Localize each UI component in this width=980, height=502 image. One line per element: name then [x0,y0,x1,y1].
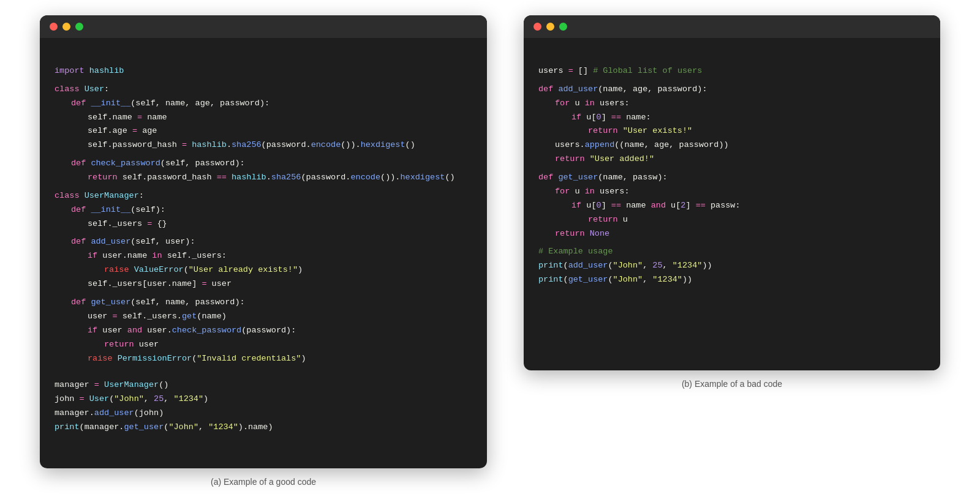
right-dot-red [533,23,541,31]
code-line: users = [] # Global list of users [538,64,925,78]
left-dot-red [50,23,58,31]
code-line: return user [55,338,472,352]
code-line: return "User added!" [538,152,925,167]
code-line: print(get_user("John", "1234")) [538,273,925,287]
code-line: def get_user(self, name, password): [55,296,472,310]
right-dot-green [559,23,567,31]
code-line: class UserManager: [55,189,472,203]
code-line: raise ValueError("User already exists!") [55,263,472,277]
code-line: print(manager.get_user("John", "1234").n… [55,421,472,435]
code-line: user = self._users.get(name) [55,310,472,324]
code-line: import hashlib [55,64,472,78]
right-code-body: users = [] # Global list of users def ad… [524,38,940,305]
code-line: if user and user.check_password(password… [55,324,472,338]
code-line: return "User exists!" [538,124,925,138]
right-dot-yellow [546,23,554,31]
left-titlebar [40,15,487,38]
code-line: return None [538,227,925,241]
left-dot-yellow [62,23,70,31]
left-caption: (a) Example of a good code [211,477,316,487]
code-line [538,50,925,64]
code-line: # Example usage [538,245,925,259]
blank-line [55,374,472,378]
code-line: raise PermissionError("Invalid credentia… [55,352,472,366]
code-line: john = User("John", 25, "1234") [55,392,472,406]
code-line: def check_password(self, password): [55,157,472,171]
code-line: return u [538,213,925,227]
left-code-window: import hashlib class User: def __init__(… [40,15,487,468]
code-line: self.name = name [55,111,472,125]
page-container: import hashlib class User: def __init__(… [0,3,980,499]
blank-line [55,291,472,296]
code-line: self._users[user.name] = user [55,277,472,291]
code-line: if user.name in self._users: [55,249,472,263]
code-line: for u in users: [538,97,925,111]
right-caption: (b) Example of a bad code [682,379,782,389]
code-line: self.password_hash = hashlib.sha256(pass… [55,138,472,152]
blank-line [55,231,472,236]
blank-line [55,185,472,189]
code-line: if u[0] == name and u[2] == passw: [538,199,925,213]
right-panel-wrapper: users = [] # Global list of users def ad… [524,15,940,389]
code-line: def add_user(name, age, password): [538,83,925,97]
code-line: users.append((name, age, password)) [538,138,925,152]
blank-line [538,241,925,245]
left-panel-wrapper: import hashlib class User: def __init__(… [40,15,487,487]
blank-line [55,152,472,157]
blank-line [55,370,472,374]
code-line: def get_user(name, passw): [538,171,925,185]
code-line: manager = UserManager() [55,378,472,392]
code-line: self.age = age [55,124,472,138]
left-dot-green [75,23,83,31]
blank-line [538,167,925,171]
right-titlebar [524,15,940,38]
code-line: def add_user(self, user): [55,235,472,249]
blank-line [55,365,472,370]
blank-line [55,78,472,83]
code-line: manager.add_user(john) [55,406,472,421]
code-line [55,50,472,64]
code-line: self._users = {} [55,217,472,231]
left-code-body: import hashlib class User: def __init__(… [40,38,487,452]
code-line: if u[0] == name: [538,111,925,125]
blank-line [538,78,925,83]
code-line: def __init__(self, name, age, password): [55,97,472,111]
code-line: for u in users: [538,185,925,199]
code-line: print(add_user("John", 25, "1234")) [538,259,925,273]
code-line: class User: [55,83,472,97]
code-line: return self.password_hash == hashlib.sha… [55,171,472,185]
code-line: def __init__(self): [55,203,472,217]
right-code-window: users = [] # Global list of users def ad… [524,15,940,370]
